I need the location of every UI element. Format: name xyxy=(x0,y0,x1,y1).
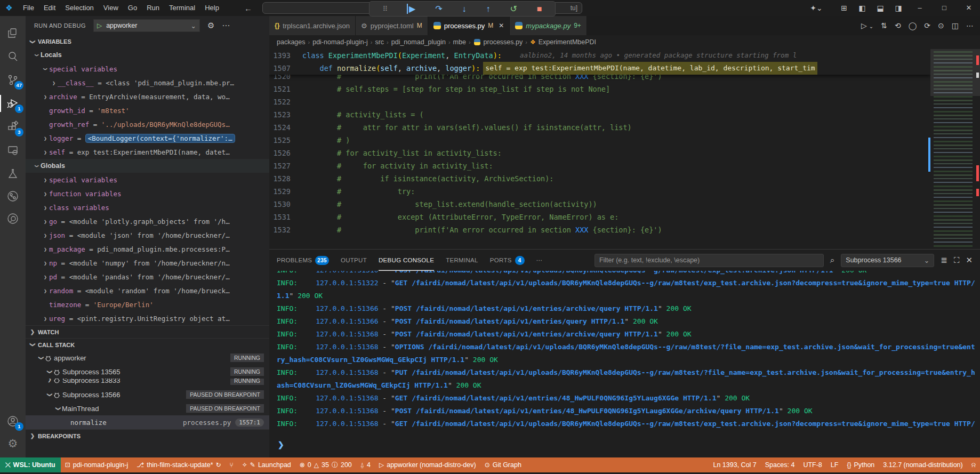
variable-row[interactable]: random = <module 'random' from '/home/br… xyxy=(26,284,269,298)
code-line[interactable]: 1531 # except (AttributeError, TypeError… xyxy=(269,211,930,223)
menu-view[interactable]: View xyxy=(99,0,123,16)
variable-row[interactable]: pd = <module 'pandas' from '/home/brueck… xyxy=(26,270,269,284)
minimap[interactable] xyxy=(930,49,980,249)
run-and-debug-icon[interactable]: 1 xyxy=(0,93,26,114)
variable-row[interactable]: json = <module 'json' from '/home/brueck… xyxy=(26,228,269,242)
call-stack-section-header[interactable]: CALL STACK xyxy=(26,338,269,351)
code-line[interactable]: 1532 # print(f'An error occurred in sect… xyxy=(269,223,930,236)
tab-processes-py[interactable]: processes.py M ✕ xyxy=(428,16,510,35)
callstack-session-row[interactable]: Subprocess 13833 RUNNING xyxy=(26,379,269,388)
branch-action-button[interactable]: ⑂ xyxy=(226,457,238,472)
copilot-icon[interactable]: ✦⌄ xyxy=(808,4,824,12)
language-mode-indicator[interactable]: {} Python xyxy=(842,457,879,472)
remote-explorer-icon[interactable] xyxy=(0,140,26,161)
breadcrumb-item[interactable]: packages xyxy=(277,38,306,46)
git-graph-icon[interactable] xyxy=(0,186,26,207)
breadcrumb-item[interactable]: pdi_nomad_plugin xyxy=(391,38,446,46)
compare-changes-icon[interactable]: ◯ xyxy=(909,21,917,30)
tab-mypackage-py[interactable]: mypackage.py 9+ xyxy=(510,16,587,35)
open-changes-icon[interactable]: ⇅ xyxy=(881,21,887,30)
nav-back-icon[interactable]: ← xyxy=(244,4,252,13)
breadcrumb-item[interactable]: ExperimentMbePDI xyxy=(539,38,596,46)
variable-group-row[interactable]: special variables xyxy=(26,173,269,187)
menu-help[interactable]: Help xyxy=(200,0,224,16)
minimap-slider[interactable] xyxy=(930,49,980,96)
file-history-icon[interactable]: ⊙ xyxy=(938,21,944,30)
accounts-icon[interactable]: 1 xyxy=(0,411,26,432)
code-line[interactable]: 1525 # ) xyxy=(269,134,930,147)
gitlens-icon[interactable] xyxy=(0,208,26,229)
console-input-prompt[interactable]: ❯ xyxy=(278,440,284,449)
launchpad-button[interactable]: ✧ ✎ Launchpad xyxy=(238,457,295,472)
filter-search-icon[interactable]: ⌕ xyxy=(830,255,834,265)
debug-console-output[interactable]: INFO:127.0.0.1:51310 - "POST /fairdi/nom… xyxy=(277,271,977,434)
menu-selection[interactable]: Selection xyxy=(60,0,98,16)
step-out-button[interactable]: ↑ xyxy=(486,4,491,14)
breadcrumb-item[interactable]: mbe xyxy=(453,38,466,46)
tab-terminal[interactable]: TERMINAL xyxy=(446,250,478,271)
code-editor[interactable]: 1393class ExperimentMbePDI(Experiment, E… xyxy=(269,49,930,249)
code-line[interactable]: 1524 # attr for attr in vars(self).value… xyxy=(269,121,930,134)
previous-change-icon[interactable]: ⟲ xyxy=(895,21,901,30)
code-line[interactable]: 1529 # try: xyxy=(269,185,930,198)
variables-section-header[interactable]: VARIABLES xyxy=(26,35,269,48)
problems-indicator[interactable]: ⊗ 0 △ 35 ⓘ 200 xyxy=(295,457,356,472)
restart-button[interactable]: ↺ xyxy=(510,4,517,14)
tab-output[interactable]: OUTPUT xyxy=(341,250,367,271)
tab-debug-console[interactable]: DEBUG CONSOLE xyxy=(379,250,434,271)
variable-group-row[interactable]: function variables xyxy=(26,187,269,200)
code-line[interactable]: 1528 # if isinstance(activity, ArchiveSe… xyxy=(269,172,930,185)
more-actions-icon[interactable]: ⋯ xyxy=(966,21,974,30)
continue-button[interactable]: ▶ xyxy=(407,4,415,14)
menu-edit[interactable]: Edit xyxy=(39,0,60,16)
tab-problems[interactable]: PROBLEMS 235 xyxy=(277,250,329,271)
eol-indicator[interactable]: LF xyxy=(826,457,843,472)
debug-session-indicator[interactable]: ▷ appworker (nomad-distro-dev) xyxy=(375,457,480,472)
console-word-wrap-icon[interactable]: ≣ xyxy=(941,255,947,265)
extensions-icon[interactable]: 3 xyxy=(0,116,26,138)
close-window-button[interactable]: ✕ xyxy=(958,0,980,16)
variable-row[interactable]: archive = EntryArchive(measurement, data… xyxy=(26,90,269,103)
step-over-button[interactable]: ↷ xyxy=(435,4,442,14)
variable-group-row[interactable]: class variables xyxy=(26,200,269,214)
code-line[interactable]: 1523 # activity_lists = ( xyxy=(269,108,930,121)
callstack-session-row[interactable]: Subprocess 13565 RUNNING xyxy=(26,365,269,379)
variable-row[interactable]: go = <module 'plotly.graph_objects' from… xyxy=(26,214,269,228)
console-filter-input[interactable]: Filter (e.g. text, !exclude, \escape) xyxy=(595,254,824,267)
menu-run[interactable]: Run xyxy=(142,0,164,16)
variable-row[interactable]: timezone = 'Europe/Berlin' xyxy=(26,298,269,311)
code-line[interactable]: 1526 # for activity_list in activity_lis… xyxy=(269,147,930,159)
menu-terminal[interactable]: Terminal xyxy=(164,0,200,16)
variable-row[interactable]: self = exp test:ExperimentMbePDI(name, d… xyxy=(26,145,269,159)
variable-row[interactable]: np = <module 'numpy' from '/home/brueckn… xyxy=(26,256,269,270)
variable-group-row[interactable]: special variables xyxy=(26,62,269,76)
variable-row[interactable]: logger = <BoundLogger(context={'normaliz… xyxy=(26,131,269,145)
variable-row[interactable]: ureg = <pint.registry.UnitRegistry objec… xyxy=(26,311,269,325)
breakpoints-section-header[interactable]: BREAKPOINTS xyxy=(26,429,269,442)
next-change-icon[interactable]: ⟳ xyxy=(924,21,930,30)
customize-layout-icon[interactable]: ⊞ xyxy=(836,4,852,12)
breadcrumb-item[interactable]: processes.py xyxy=(484,38,523,46)
scope-row-globals[interactable]: Globals xyxy=(26,159,269,173)
panel-more-tabs-icon[interactable]: ⋯ xyxy=(536,250,543,271)
tab-pyproject-toml[interactable]: ⚙ pyproject.toml M xyxy=(356,16,428,35)
menu-go[interactable]: Go xyxy=(123,0,142,16)
notifications-bell-icon[interactable]: ⍾ xyxy=(967,457,980,472)
launch-config-select[interactable]: ▷ appworker ⌄ xyxy=(93,19,200,32)
toolbar-drag-handle[interactable]: ⠿ xyxy=(382,5,387,13)
search-icon[interactable] xyxy=(0,46,26,67)
callstack-thread-row[interactable]: MainThread PAUSED ON BREAKPOINT xyxy=(26,401,269,415)
variable-row[interactable]: m_package = pdi_nomad_plugin.mbe.process… xyxy=(26,242,269,256)
launch-settings-gear-icon[interactable]: ⚙ xyxy=(207,21,214,30)
split-editor-icon[interactable]: ◫ xyxy=(952,21,959,30)
views-more-icon[interactable]: ⋯ xyxy=(222,21,230,30)
encoding-indicator[interactable]: UTF-8 xyxy=(799,457,826,472)
code-line[interactable]: 1522 xyxy=(269,95,930,108)
start-debug-icon[interactable]: ▷ xyxy=(97,22,102,29)
source-control-icon[interactable]: 47 xyxy=(0,69,26,91)
code-line[interactable]: 1530 # step_list.extend(handle_section(a… xyxy=(269,198,930,211)
code-line[interactable]: 1520 # print(f'An error occurred in sect… xyxy=(269,75,930,83)
minimize-button[interactable]: – xyxy=(909,0,931,16)
run-python-file-button[interactable]: ▷ ⌄ xyxy=(861,21,873,30)
debug-session-select[interactable]: Subprocess 13566 ⌄ xyxy=(841,254,934,267)
